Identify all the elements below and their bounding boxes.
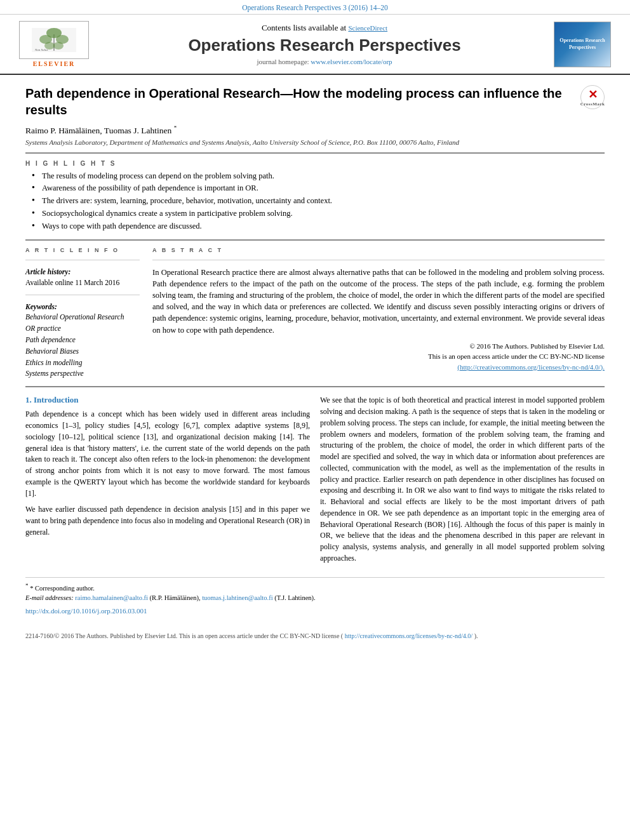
history-label: Article history: [25, 268, 70, 276]
journal-header-left: Non Solus ELSEVIER [13, 21, 95, 67]
copyright-text: © 2016 The Authors. Published by Elsevie… [469, 342, 605, 350]
email1-person: (R.P. Hämäläinen), [150, 594, 201, 601]
intro-para2: We have earlier discussed path dependenc… [25, 504, 310, 538]
journal-citation: Operations Research Perspectives 3 (2016… [242, 4, 388, 11]
keyword-5: Ethics in modelling [25, 357, 140, 369]
logo-box: Non Solus [19, 21, 89, 59]
authors-line: Raimo P. Hämäläinen, Tuomas J. Lahtinen … [25, 124, 605, 136]
keyword-2: OR practice [25, 323, 140, 335]
email2-person: (T.J. Lahtinen). [274, 594, 316, 601]
highlight-item-3: The drivers are: system, learning, proce… [32, 196, 605, 206]
journal-header-center: Contents lists available at ScienceDirec… [102, 23, 547, 65]
journal-header: Non Solus ELSEVIER Contents lists availa… [0, 15, 630, 75]
footer-text2: ). [474, 632, 478, 639]
keywords-label: Keywords: [25, 303, 57, 310]
doi-url: http://dx.doi.org/10.1016/j.orp.2016.03.… [25, 607, 147, 615]
homepage-link[interactable]: www.elsevier.com/locate/orp [311, 58, 392, 65]
keywords-list: Behavioral Operational Research OR pract… [25, 312, 140, 380]
highlight-item-2: Awareness of the possibility of path dep… [32, 183, 605, 194]
email1: raimo.hamalainen@aalto.fi [75, 594, 148, 601]
divider-1 [25, 152, 605, 154]
divider-kw [25, 295, 140, 295]
license-text: This is an open access article under the… [428, 352, 605, 360]
intro-para1: Path dependence is a concept which has b… [25, 409, 310, 499]
license-url: (http://creativecommons.org/licenses/by-… [457, 363, 605, 371]
keyword-1: Behavioral Operational Research [25, 312, 140, 323]
highlight-item-5: Ways to cope with path dependence are di… [32, 221, 605, 232]
abstract-text: In Operational Research practice there a… [152, 267, 605, 336]
elsevier-wordmark: ELSEVIER [33, 60, 76, 67]
corresponding-label: * Corresponding author. [30, 584, 95, 591]
email2-link[interactable]: tuomas.j.lahtinen@aalto.fi [202, 594, 274, 601]
article-info-col: A R T I C L E I N F O Article history: A… [25, 247, 140, 380]
keyword-3: Path dependence [25, 335, 140, 346]
paper-title: Path dependence in Operational Research—… [25, 85, 605, 118]
journal-title: Operations Research Perspectives [102, 36, 547, 55]
email-line: E-mail addresses: raimo.hamalainen@aalto… [25, 593, 605, 603]
corresponding-author: * * Corresponding author. [25, 582, 605, 593]
crossmark-badge[interactable]: ✕ CrossMark [580, 85, 605, 109]
highlights-section: H I G H L I G H T S The results of model… [25, 160, 605, 232]
divider-3 [25, 386, 605, 387]
crossmark-icon: ✕ [588, 88, 598, 102]
intro-para3: We see that the topic is of both theoret… [320, 395, 605, 564]
intro-heading: 1. Introduction [25, 395, 310, 405]
contents-prefix: Contents lists available at [262, 23, 346, 32]
keywords-section: Keywords: Behavioral Operational Researc… [25, 302, 140, 380]
asterisk-fn: * [25, 582, 29, 589]
homepage-line: journal homepage: www.elsevier.com/locat… [102, 58, 547, 65]
homepage-url: www.elsevier.com/locate/orp [311, 58, 392, 65]
doi-link[interactable]: http://dx.doi.org/10.1016/j.orp.2016.03.… [25, 606, 605, 617]
science-direct-link[interactable]: ScienceDirect [348, 24, 387, 32]
footer-text1: 2214-7160/© 2016 The Authors. Published … [25, 632, 343, 639]
footnote-section: * * Corresponding author. E-mail address… [25, 577, 605, 617]
email2: tuomas.j.lahtinen@aalto.fi [202, 594, 272, 601]
asterisk: * [174, 124, 177, 131]
highlights-label: H I G H L I G H T S [25, 160, 605, 167]
highlight-item-4: Sociopsychological dynamics create a sys… [32, 208, 605, 219]
highlights-list: The results of modeling process can depe… [25, 171, 605, 232]
keyword-4: Behavioral Biases [25, 346, 140, 357]
divider-abs [152, 260, 605, 260]
affiliation-line: Systems Analysis Laboratory, Department … [25, 138, 605, 146]
science-direct-line: Contents lists available at ScienceDirec… [102, 23, 547, 33]
crossmark-label: CrossMark [580, 102, 605, 107]
divider-ai [25, 260, 140, 260]
journal-header-right: Operations Research Perspectives [554, 22, 617, 67]
tree-icon: Non Solus [32, 28, 76, 52]
email-label: E-mail addresses: [25, 594, 74, 601]
top-bar: Operations Research Perspectives 3 (2016… [0, 0, 630, 15]
copyright-block: © 2016 The Authors. Published by Elsevie… [152, 341, 605, 373]
elsevier-logo: Non Solus ELSEVIER [13, 21, 95, 67]
available-online: Available online 11 March 2016 [25, 279, 119, 286]
abstract-col: A B S T R A C T In Operational Research … [152, 247, 605, 380]
homepage-prefix: journal homepage: [257, 58, 309, 65]
cover-text: Operations Research Perspectives [557, 37, 608, 51]
author-names: Raimo P. Hämäläinen, Tuomas J. Lahtinen [25, 126, 174, 135]
left-column: 1. Introduction Path dependence is a con… [25, 395, 310, 569]
paper-body: ✕ CrossMark Path dependence in Operation… [0, 75, 630, 629]
bottom-footer: 2214-7160/© 2016 The Authors. Published … [0, 631, 630, 641]
svg-text:Non Solus: Non Solus [34, 48, 48, 51]
journal-cover: Operations Research Perspectives [554, 22, 611, 67]
abstract-label: A B S T R A C T [152, 247, 605, 253]
footer-url: http://creativecommons.org/licenses/by-n… [345, 632, 473, 639]
keyword-6: Systems perspective [25, 368, 140, 380]
email1-link[interactable]: raimo.hamalainen@aalto.fi [75, 594, 149, 601]
license-link[interactable]: (http://creativecommons.org/licenses/by-… [457, 363, 605, 371]
title-row: ✕ CrossMark Path dependence in Operation… [25, 85, 605, 118]
two-col-section: A R T I C L E I N F O Article history: A… [25, 247, 605, 380]
footer-url-link[interactable]: http://creativecommons.org/licenses/by-n… [343, 632, 474, 639]
article-history: Article history: Available online 11 Mar… [25, 267, 140, 289]
svg-point-6 [53, 42, 64, 50]
article-info-label: A R T I C L E I N F O [25, 247, 140, 253]
divider-2 [25, 239, 605, 241]
highlight-item-1: The results of modeling process can depe… [32, 171, 605, 182]
main-content: 1. Introduction Path dependence is a con… [25, 395, 605, 569]
right-column: We see that the topic is of both theoret… [320, 395, 605, 569]
